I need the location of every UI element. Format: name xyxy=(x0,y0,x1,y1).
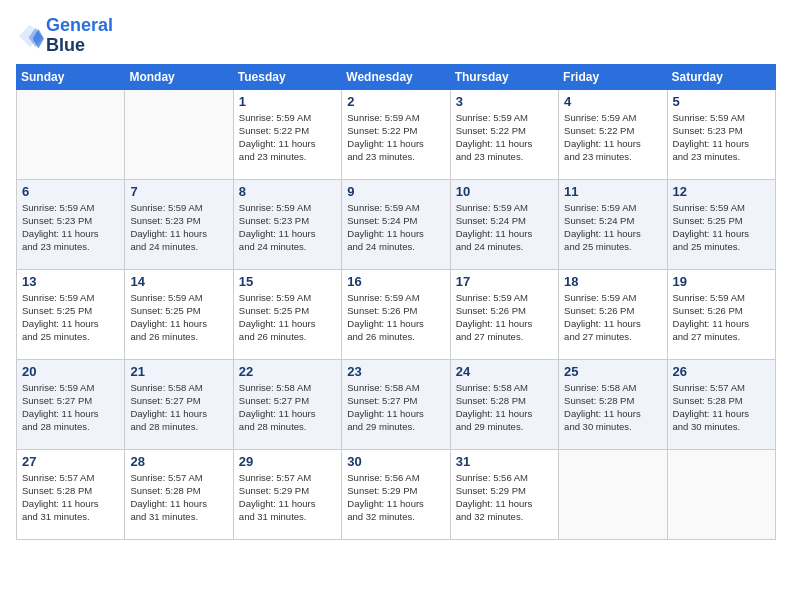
day-info: Sunrise: 5:59 AM Sunset: 5:25 PM Dayligh… xyxy=(673,201,770,254)
calendar-cell: 12Sunrise: 5:59 AM Sunset: 5:25 PM Dayli… xyxy=(667,179,775,269)
day-number: 25 xyxy=(564,364,661,379)
calendar-cell: 23Sunrise: 5:58 AM Sunset: 5:27 PM Dayli… xyxy=(342,359,450,449)
column-header-wednesday: Wednesday xyxy=(342,64,450,89)
day-number: 28 xyxy=(130,454,227,469)
day-number: 16 xyxy=(347,274,444,289)
day-number: 7 xyxy=(130,184,227,199)
calendar-cell: 6Sunrise: 5:59 AM Sunset: 5:23 PM Daylig… xyxy=(17,179,125,269)
column-header-sunday: Sunday xyxy=(17,64,125,89)
day-info: Sunrise: 5:59 AM Sunset: 5:26 PM Dayligh… xyxy=(564,291,661,344)
day-info: Sunrise: 5:59 AM Sunset: 5:27 PM Dayligh… xyxy=(22,381,119,434)
day-info: Sunrise: 5:59 AM Sunset: 5:24 PM Dayligh… xyxy=(347,201,444,254)
day-number: 19 xyxy=(673,274,770,289)
day-number: 4 xyxy=(564,94,661,109)
day-number: 22 xyxy=(239,364,336,379)
day-number: 13 xyxy=(22,274,119,289)
day-info: Sunrise: 5:57 AM Sunset: 5:29 PM Dayligh… xyxy=(239,471,336,524)
column-header-monday: Monday xyxy=(125,64,233,89)
calendar-cell: 13Sunrise: 5:59 AM Sunset: 5:25 PM Dayli… xyxy=(17,269,125,359)
calendar-cell: 1Sunrise: 5:59 AM Sunset: 5:22 PM Daylig… xyxy=(233,89,341,179)
calendar-cell: 14Sunrise: 5:59 AM Sunset: 5:25 PM Dayli… xyxy=(125,269,233,359)
day-number: 10 xyxy=(456,184,553,199)
day-info: Sunrise: 5:58 AM Sunset: 5:28 PM Dayligh… xyxy=(456,381,553,434)
day-info: Sunrise: 5:57 AM Sunset: 5:28 PM Dayligh… xyxy=(673,381,770,434)
calendar-cell: 2Sunrise: 5:59 AM Sunset: 5:22 PM Daylig… xyxy=(342,89,450,179)
day-number: 23 xyxy=(347,364,444,379)
day-info: Sunrise: 5:59 AM Sunset: 5:26 PM Dayligh… xyxy=(456,291,553,344)
calendar-cell: 27Sunrise: 5:57 AM Sunset: 5:28 PM Dayli… xyxy=(17,449,125,539)
column-header-saturday: Saturday xyxy=(667,64,775,89)
day-number: 8 xyxy=(239,184,336,199)
calendar-cell: 21Sunrise: 5:58 AM Sunset: 5:27 PM Dayli… xyxy=(125,359,233,449)
day-info: Sunrise: 5:59 AM Sunset: 5:22 PM Dayligh… xyxy=(456,111,553,164)
day-info: Sunrise: 5:59 AM Sunset: 5:23 PM Dayligh… xyxy=(22,201,119,254)
day-number: 17 xyxy=(456,274,553,289)
day-info: Sunrise: 5:59 AM Sunset: 5:24 PM Dayligh… xyxy=(456,201,553,254)
day-number: 30 xyxy=(347,454,444,469)
day-number: 5 xyxy=(673,94,770,109)
calendar-table: SundayMondayTuesdayWednesdayThursdayFrid… xyxy=(16,64,776,540)
day-number: 14 xyxy=(130,274,227,289)
day-number: 6 xyxy=(22,184,119,199)
day-number: 3 xyxy=(456,94,553,109)
calendar-cell: 4Sunrise: 5:59 AM Sunset: 5:22 PM Daylig… xyxy=(559,89,667,179)
day-info: Sunrise: 5:59 AM Sunset: 5:26 PM Dayligh… xyxy=(673,291,770,344)
calendar-cell: 25Sunrise: 5:58 AM Sunset: 5:28 PM Dayli… xyxy=(559,359,667,449)
week-row-3: 13Sunrise: 5:59 AM Sunset: 5:25 PM Dayli… xyxy=(17,269,776,359)
calendar-cell: 30Sunrise: 5:56 AM Sunset: 5:29 PM Dayli… xyxy=(342,449,450,539)
week-row-2: 6Sunrise: 5:59 AM Sunset: 5:23 PM Daylig… xyxy=(17,179,776,269)
column-header-thursday: Thursday xyxy=(450,64,558,89)
calendar-cell: 15Sunrise: 5:59 AM Sunset: 5:25 PM Dayli… xyxy=(233,269,341,359)
day-info: Sunrise: 5:59 AM Sunset: 5:22 PM Dayligh… xyxy=(239,111,336,164)
logo-text: GeneralBlue xyxy=(46,16,113,56)
calendar-cell: 11Sunrise: 5:59 AM Sunset: 5:24 PM Dayli… xyxy=(559,179,667,269)
calendar-cell xyxy=(125,89,233,179)
calendar-cell: 16Sunrise: 5:59 AM Sunset: 5:26 PM Dayli… xyxy=(342,269,450,359)
page-header: GeneralBlue xyxy=(16,16,776,56)
calendar-cell: 22Sunrise: 5:58 AM Sunset: 5:27 PM Dayli… xyxy=(233,359,341,449)
calendar-cell: 29Sunrise: 5:57 AM Sunset: 5:29 PM Dayli… xyxy=(233,449,341,539)
week-row-4: 20Sunrise: 5:59 AM Sunset: 5:27 PM Dayli… xyxy=(17,359,776,449)
calendar-cell xyxy=(559,449,667,539)
week-row-5: 27Sunrise: 5:57 AM Sunset: 5:28 PM Dayli… xyxy=(17,449,776,539)
day-info: Sunrise: 5:58 AM Sunset: 5:27 PM Dayligh… xyxy=(130,381,227,434)
day-number: 9 xyxy=(347,184,444,199)
column-header-friday: Friday xyxy=(559,64,667,89)
day-info: Sunrise: 5:59 AM Sunset: 5:23 PM Dayligh… xyxy=(239,201,336,254)
day-info: Sunrise: 5:56 AM Sunset: 5:29 PM Dayligh… xyxy=(456,471,553,524)
calendar-cell: 28Sunrise: 5:57 AM Sunset: 5:28 PM Dayli… xyxy=(125,449,233,539)
day-info: Sunrise: 5:59 AM Sunset: 5:22 PM Dayligh… xyxy=(564,111,661,164)
day-info: Sunrise: 5:56 AM Sunset: 5:29 PM Dayligh… xyxy=(347,471,444,524)
calendar-cell: 7Sunrise: 5:59 AM Sunset: 5:23 PM Daylig… xyxy=(125,179,233,269)
calendar-cell: 19Sunrise: 5:59 AM Sunset: 5:26 PM Dayli… xyxy=(667,269,775,359)
day-info: Sunrise: 5:59 AM Sunset: 5:26 PM Dayligh… xyxy=(347,291,444,344)
day-number: 1 xyxy=(239,94,336,109)
day-number: 20 xyxy=(22,364,119,379)
calendar-body: 1Sunrise: 5:59 AM Sunset: 5:22 PM Daylig… xyxy=(17,89,776,539)
day-number: 11 xyxy=(564,184,661,199)
day-info: Sunrise: 5:58 AM Sunset: 5:27 PM Dayligh… xyxy=(347,381,444,434)
calendar-cell: 17Sunrise: 5:59 AM Sunset: 5:26 PM Dayli… xyxy=(450,269,558,359)
calendar-cell: 24Sunrise: 5:58 AM Sunset: 5:28 PM Dayli… xyxy=(450,359,558,449)
day-number: 12 xyxy=(673,184,770,199)
day-info: Sunrise: 5:59 AM Sunset: 5:23 PM Dayligh… xyxy=(673,111,770,164)
day-info: Sunrise: 5:59 AM Sunset: 5:25 PM Dayligh… xyxy=(239,291,336,344)
day-info: Sunrise: 5:59 AM Sunset: 5:25 PM Dayligh… xyxy=(130,291,227,344)
calendar-cell xyxy=(667,449,775,539)
logo: GeneralBlue xyxy=(16,16,113,56)
day-info: Sunrise: 5:58 AM Sunset: 5:27 PM Dayligh… xyxy=(239,381,336,434)
day-number: 21 xyxy=(130,364,227,379)
logo-icon xyxy=(16,22,44,50)
calendar-cell: 31Sunrise: 5:56 AM Sunset: 5:29 PM Dayli… xyxy=(450,449,558,539)
day-info: Sunrise: 5:59 AM Sunset: 5:22 PM Dayligh… xyxy=(347,111,444,164)
day-number: 29 xyxy=(239,454,336,469)
day-info: Sunrise: 5:57 AM Sunset: 5:28 PM Dayligh… xyxy=(22,471,119,524)
day-number: 26 xyxy=(673,364,770,379)
day-info: Sunrise: 5:59 AM Sunset: 5:23 PM Dayligh… xyxy=(130,201,227,254)
day-info: Sunrise: 5:59 AM Sunset: 5:25 PM Dayligh… xyxy=(22,291,119,344)
calendar-cell xyxy=(17,89,125,179)
calendar-cell: 18Sunrise: 5:59 AM Sunset: 5:26 PM Dayli… xyxy=(559,269,667,359)
column-header-tuesday: Tuesday xyxy=(233,64,341,89)
week-row-1: 1Sunrise: 5:59 AM Sunset: 5:22 PM Daylig… xyxy=(17,89,776,179)
day-info: Sunrise: 5:57 AM Sunset: 5:28 PM Dayligh… xyxy=(130,471,227,524)
